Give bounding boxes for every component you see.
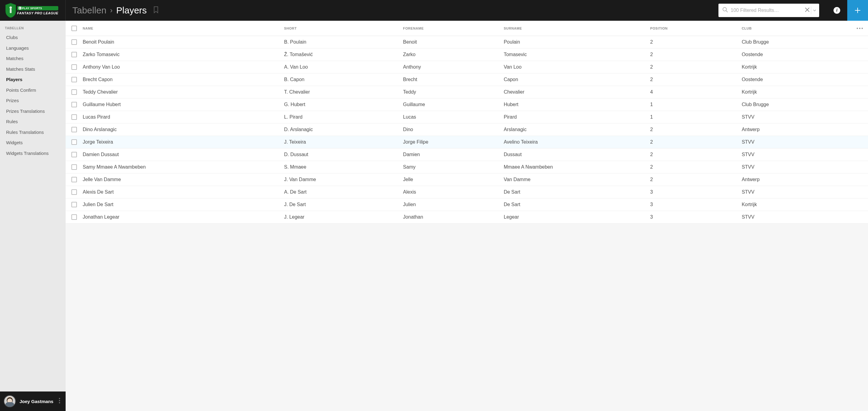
table-row[interactable]: Julien De SartJ. De SartJulienDe Sart3Ko… (66, 199, 868, 211)
column-header-club[interactable]: CLUB (742, 27, 851, 30)
cell-club: STVV (742, 152, 851, 157)
row-checkbox[interactable] (71, 64, 77, 70)
column-header-forename[interactable]: FORENAME (403, 27, 504, 30)
sidebar-item[interactable]: Languages (0, 43, 66, 54)
row-checkbox[interactable] (71, 39, 77, 45)
row-checkbox[interactable] (71, 152, 77, 157)
add-button[interactable] (847, 0, 868, 21)
svg-point-0 (9, 6, 12, 9)
svg-point-14 (862, 28, 863, 29)
user-menu-button[interactable] (57, 396, 62, 406)
table-more-button[interactable] (851, 28, 868, 29)
row-checkbox[interactable] (71, 77, 77, 82)
user-name: Joey Gastmans (20, 399, 54, 404)
table-row[interactable]: Dino ArslanagicD. ArslanagicDinoArslanag… (66, 124, 868, 136)
chevron-down-icon (813, 9, 816, 12)
cell-surname: Pirard (504, 114, 650, 120)
cell-short: G. Hubert (284, 102, 403, 107)
row-checkbox[interactable] (71, 164, 77, 170)
table-row[interactable]: Lucas PirardL. PirardLucasPirard1STVV (66, 111, 868, 124)
bookmark-icon[interactable] (153, 5, 159, 15)
cell-club: STVV (742, 114, 851, 120)
row-checkbox[interactable] (71, 114, 77, 120)
table-row[interactable]: Jelle Van DammeJ. Van DammeJelleVan Damm… (66, 173, 868, 186)
cell-name: Samy Mmaee A Nwambeben (83, 164, 284, 170)
sidebar-item[interactable]: Players (0, 74, 66, 85)
cell-surname: De Sart (504, 202, 650, 207)
cell-surname: Arslanagic (504, 127, 650, 132)
sidebar-item[interactable]: Prizes Translations (0, 106, 66, 117)
column-header-name[interactable]: NAME (83, 27, 284, 30)
cell-forename: Zarko (403, 52, 504, 57)
topbar: PLAY SPORTS FANTASY PRO LEAGUE Tabellen … (0, 0, 868, 21)
row-checkbox[interactable] (71, 89, 77, 95)
shield-icon (4, 2, 17, 18)
column-header-position[interactable]: POSITION (650, 27, 742, 30)
ellipsis-icon (857, 28, 863, 29)
clear-icon[interactable] (804, 6, 811, 14)
sidebar-item[interactable]: Prizes (0, 96, 66, 106)
row-checkbox[interactable] (71, 127, 77, 132)
brand-logo[interactable]: PLAY SPORTS FANTASY PRO LEAGUE (0, 0, 66, 21)
sidebar-item[interactable]: Rules (0, 116, 66, 127)
cell-forename: Anthony (403, 64, 504, 70)
table-row[interactable]: Guillaume HubertG. HubertGuillaumeHubert… (66, 99, 868, 111)
cell-name: Anthony Van Loo (83, 64, 284, 70)
sidebar-item[interactable]: Rules Translations (0, 127, 66, 138)
breadcrumb-parent[interactable]: Tabellen (72, 5, 106, 15)
plus-icon (854, 7, 861, 14)
cell-forename: Jonathan (403, 214, 504, 220)
table-row[interactable]: Samy Mmaee A NwambebenS. MmaeeSamyMmaee … (66, 161, 868, 173)
row-checkbox[interactable] (71, 202, 77, 207)
table-row[interactable]: Jorge TeixeiraJ. TeixeiraJorge FilipeAve… (66, 136, 868, 148)
cell-forename: Lucas (403, 114, 504, 120)
sidebar-item[interactable]: Matches Stats (0, 64, 66, 75)
table-row[interactable]: Benoit PoulainB. PoulainBenoitPoulain2Cl… (66, 36, 868, 48)
brand-play-sports: PLAY SPORTS (17, 6, 58, 10)
row-checkbox[interactable] (71, 214, 77, 220)
cell-name: Dino Arslanagic (83, 127, 284, 132)
table-row[interactable]: Teddy ChevalierT. ChevalierTeddyChevalie… (66, 86, 868, 99)
cell-name: Alexis De Sart (83, 189, 284, 195)
sidebar-item[interactable]: Clubs (0, 32, 66, 43)
cell-name: Teddy Chevalier (83, 89, 284, 95)
cell-short: Ž. Tomašević (284, 52, 403, 57)
column-header-short[interactable]: SHORT (284, 27, 403, 30)
search-dropdown-toggle[interactable] (811, 6, 817, 14)
cell-short: T. Chevalier (284, 89, 403, 95)
cell-short: B. Capon (284, 77, 403, 82)
table-row[interactable]: Damien DussautD. DussautDamienDussaut2ST… (66, 148, 868, 161)
info-button[interactable]: i (827, 0, 847, 21)
kebab-icon (59, 398, 60, 403)
avatar[interactable] (4, 395, 16, 407)
cell-short: L. Pirard (284, 114, 403, 120)
table-row[interactable]: Zarko TomasevicŽ. TomaševićZarkoTomasevi… (66, 48, 868, 61)
cell-club: Club Brugge (742, 102, 851, 107)
sidebar-item[interactable]: Widgets (0, 138, 66, 148)
table-row[interactable]: Jonathan LegearJ. LegearJonathanLegear3S… (66, 211, 868, 224)
select-all-checkbox[interactable] (71, 26, 77, 31)
cell-name: Lucas Pirard (83, 114, 284, 120)
cell-short: J. Teixeira (284, 139, 403, 145)
cell-short: J. Van Damme (284, 177, 403, 182)
cell-position: 2 (650, 139, 742, 145)
table-row[interactable]: Brecht CaponB. CaponBrechtCapon2Oostende (66, 73, 868, 86)
sidebar-item[interactable]: Matches (0, 54, 66, 64)
search-input[interactable] (728, 8, 804, 13)
column-header-surname[interactable]: SURNAME (504, 27, 650, 30)
chevron-right-icon: › (110, 6, 113, 14)
row-checkbox[interactable] (71, 139, 77, 145)
cell-club: Kortrijk (742, 89, 851, 95)
row-checkbox[interactable] (71, 102, 77, 107)
row-checkbox[interactable] (71, 177, 77, 182)
table-row[interactable]: Anthony Van LooA. Van LooAnthonyVan Loo2… (66, 61, 868, 73)
cell-forename: Alexis (403, 189, 504, 195)
sidebar-item[interactable]: Widgets Translations (0, 148, 66, 159)
cell-club: STVV (742, 214, 851, 220)
sidebar-item[interactable]: Points Confirm (0, 85, 66, 96)
svg-point-10 (59, 400, 60, 401)
cell-club: Oostende (742, 52, 851, 57)
row-checkbox[interactable] (71, 189, 77, 195)
row-checkbox[interactable] (71, 52, 77, 57)
table-row[interactable]: Alexis De SartA. De SartAlexisDe Sart3ST… (66, 186, 868, 199)
